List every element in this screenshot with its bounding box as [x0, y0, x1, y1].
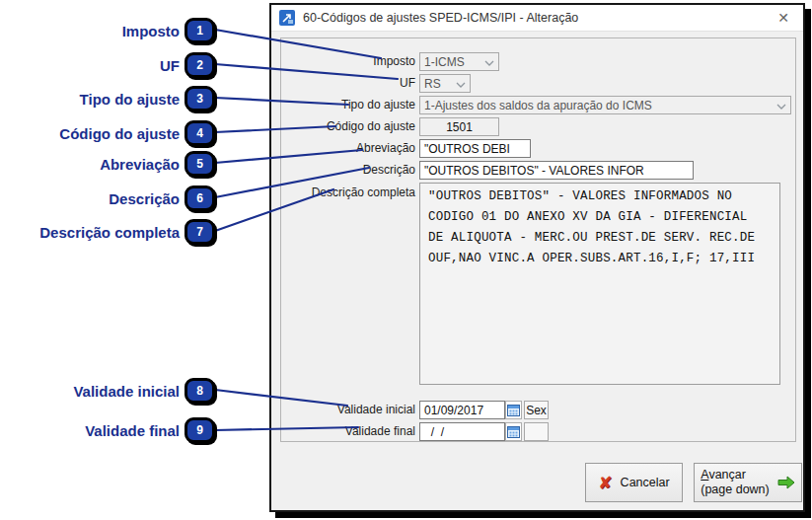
chevron-down-icon — [484, 60, 494, 66]
callout-descricao: Descrição 6 — [109, 185, 215, 212]
callout-label: Validade inicial — [73, 383, 180, 400]
label-imposto: Imposto — [373, 52, 415, 71]
label-tipo-do-ajuste: Tipo do ajuste — [341, 96, 415, 114]
codigo-do-ajuste-value: 1501 — [446, 120, 473, 134]
abreviacao-value: "OUTROS DEBI — [424, 142, 510, 156]
callout-label: Abreviação — [100, 156, 180, 173]
dialog-window: 60-Códigos de ajustes SPED-ICMS/IPI - Al… — [269, 3, 805, 512]
avancar-button[interactable]: Avançar (page down) — [694, 463, 802, 502]
uf-value: RS — [424, 77, 441, 91]
callout-badge-8: 8 — [185, 378, 215, 404]
callout-descricao-completa: Descrição completa 7 — [39, 218, 215, 246]
label-descricao-completa: Descrição completa — [312, 184, 415, 202]
label-validade-final: Validade final — [345, 422, 415, 441]
callout-uf: UF 2 — [160, 51, 215, 79]
cancelar-button[interactable]: ✘ Cancelar — [585, 463, 683, 502]
cancelar-label: Cancelar — [621, 476, 670, 489]
callout-badge-7: 7 — [185, 219, 215, 245]
label-descricao: Descrição — [363, 161, 415, 180]
tipo-do-ajuste-value: 1-Ajustes dos saldos da apuração do ICMS — [424, 99, 652, 112]
callout-label: Validade final — [85, 422, 180, 439]
calendar-icon — [507, 425, 520, 438]
callout-badge-2: 2 — [185, 52, 215, 78]
label-validade-inicial: Validade inicial — [337, 401, 415, 419]
abreviacao-input[interactable]: "OUTROS DEBI — [419, 139, 531, 158]
callout-imposto: Imposto 1 — [122, 17, 215, 44]
callout-codigo-do-ajuste: Código do ajuste 4 — [59, 119, 215, 147]
callout-label: Código do ajuste — [59, 125, 180, 142]
codigo-do-ajuste-input[interactable]: 1501 — [419, 117, 499, 136]
close-icon[interactable]: ✕ — [772, 10, 795, 26]
validade-inicial-calendar-button[interactable] — [505, 401, 522, 419]
callout-validade-inicial: Validade inicial 8 — [73, 377, 215, 405]
imposto-value: 1-ICMS — [424, 55, 465, 69]
validade-final-calendar-button[interactable] — [505, 422, 522, 441]
callout-validade-final: Validade final 9 — [85, 416, 215, 444]
window-title: 60-Códigos de ajustes SPED-ICMS/IPI - Al… — [303, 11, 764, 25]
tipo-do-ajuste-select[interactable]: 1-Ajustes dos saldos da apuração do ICMS — [419, 96, 791, 114]
uf-select[interactable]: RS — [419, 74, 471, 93]
imposto-select[interactable]: 1-ICMS — [419, 52, 499, 71]
chevron-down-icon — [456, 82, 466, 88]
callout-label: Tipo do ajuste — [80, 91, 180, 108]
label-abreviacao: Abreviação — [356, 139, 415, 158]
label-uf: UF — [400, 74, 415, 93]
callout-label: UF — [160, 57, 180, 74]
callout-label: Descrição — [109, 190, 180, 207]
avancar-label: Avançar (page down) — [701, 468, 770, 497]
callout-label: Descrição completa — [39, 224, 180, 241]
chevron-down-icon — [776, 104, 786, 110]
callout-badge-9: 9 — [185, 417, 215, 443]
callout-badge-5: 5 — [185, 151, 215, 177]
callout-label: Imposto — [122, 23, 180, 39]
app-icon — [279, 10, 295, 26]
callout-badge-3: 3 — [185, 86, 215, 111]
validade-inicial-input[interactable]: 01/09/2017 — [419, 401, 505, 419]
callout-abreviacao: Abreviação 5 — [100, 150, 215, 178]
callout-badge-6: 6 — [185, 186, 215, 211]
validade-final-weekday-box — [524, 422, 549, 441]
green-arrow-icon — [777, 476, 795, 489]
cancel-x-icon: ✘ — [598, 475, 612, 491]
validade-final-input[interactable]: / / — [419, 422, 505, 441]
validade-inicial-value: 01/09/2017 — [424, 404, 483, 417]
descricao-input[interactable]: "OUTROS DEBITOS" - VALORES INFOR — [419, 161, 694, 180]
callout-tipo-do-ajuste: Tipo do ajuste 3 — [80, 85, 215, 112]
validade-final-value: / / — [424, 425, 444, 439]
calendar-icon — [507, 404, 520, 416]
callout-badge-1: 1 — [185, 18, 215, 43]
validade-inicial-weekday-box: Sex — [524, 401, 549, 419]
label-codigo-do-ajuste: Código do ajuste — [327, 117, 415, 136]
callout-badge-4: 4 — [185, 120, 215, 146]
descricao-value: "OUTROS DEBITOS" - VALORES INFOR — [424, 164, 644, 178]
title-bar: 60-Códigos de ajustes SPED-ICMS/IPI - Al… — [271, 5, 803, 32]
descricao-completa-textarea[interactable]: "OUTROS DEBITOS" - VALORES INFORMADOS NO… — [419, 183, 780, 385]
screenshot-root: Imposto 1 UF 2 Tipo do ajuste 3 Código d… — [0, 0, 812, 520]
